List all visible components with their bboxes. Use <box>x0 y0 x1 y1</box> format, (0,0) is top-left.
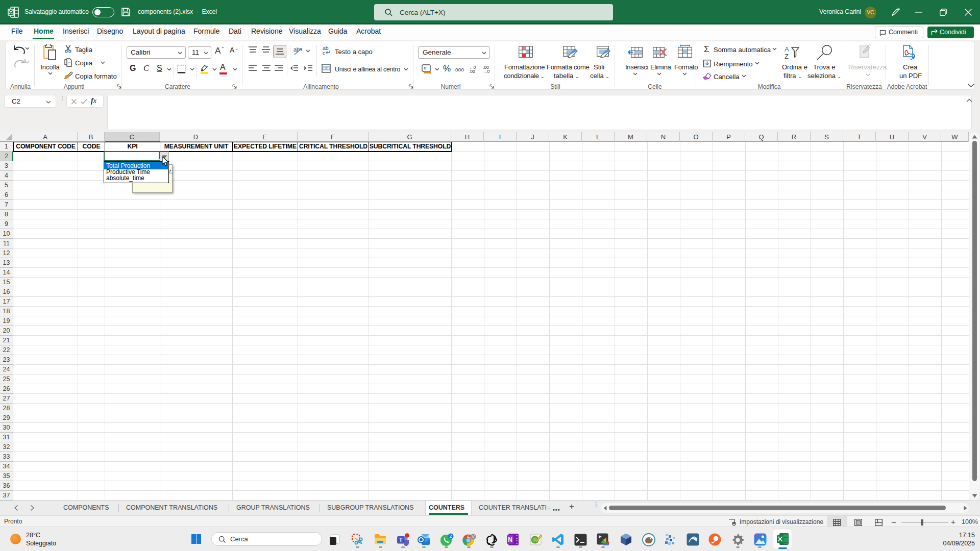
svg-text:.00: .00 <box>469 69 475 73</box>
svg-text:V: V <box>472 534 475 539</box>
svg-text:T: T <box>399 537 403 543</box>
svg-text:N: N <box>508 536 512 543</box>
svg-text:2: 2 <box>449 533 452 539</box>
svg-text:c: c <box>323 50 325 56</box>
svg-text:→0: →0 <box>483 69 490 73</box>
svg-text:ab: ab <box>293 46 300 53</box>
svg-text:¤: ¤ <box>424 65 427 71</box>
svg-text:Z: Z <box>785 53 789 60</box>
svg-text:A: A <box>785 46 789 53</box>
